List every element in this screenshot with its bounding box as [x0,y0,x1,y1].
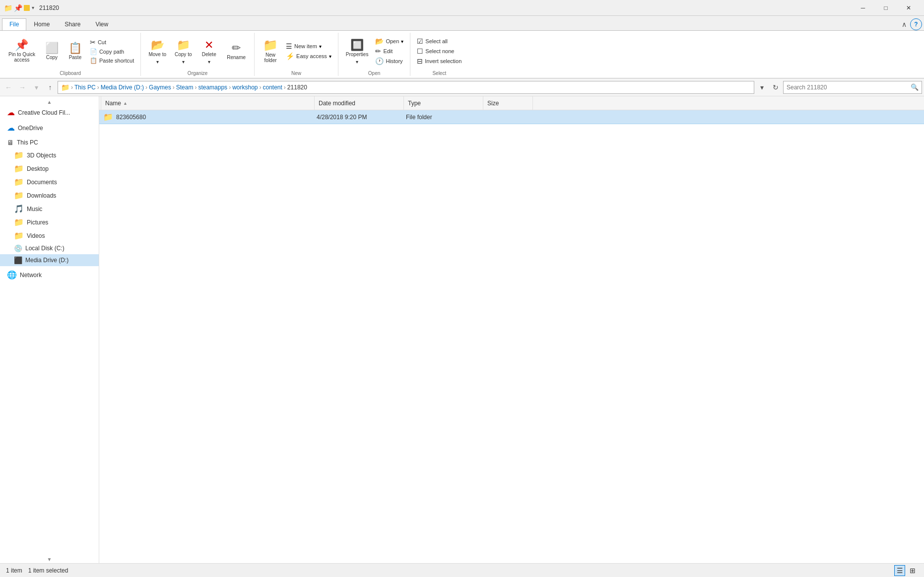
sidebar-scroll-up[interactable]: ▲ [0,98,99,106]
ribbon-help-button[interactable]: ? [910,18,922,30]
close-button[interactable]: ✕ [897,0,920,16]
sidebar-item-onedrive[interactable]: ☁ OneDrive [0,121,99,135]
music-icon: 🎵 [14,204,24,214]
file-name-823605680: 📁 823605680 [99,112,313,122]
move-to-button[interactable]: 📂 Move to ▾ [145,36,170,66]
easy-access-button[interactable]: ⚡ Easy access ▾ [283,51,334,61]
new-folder-button[interactable]: 📁 New folder [259,36,282,66]
easy-access-icon: ⚡ [286,52,294,60]
breadcrumb-content[interactable]: content [263,84,282,91]
open-icon: 📂 [375,37,384,45]
pin-to-quick-access-button[interactable]: 📌 Pin to Quick access [4,36,40,66]
file-row-823605680[interactable]: 📁 823605680 4/28/2018 9:20 PM File folde… [99,110,924,124]
breadcrumb-211820: 211820 [287,84,307,91]
col-type-label: Type [408,100,421,107]
selected-count: 1 item selected [28,567,68,574]
cut-button[interactable]: ✂ Cut [87,37,136,47]
col-size-label: Size [487,100,499,107]
tab-file[interactable]: File [2,18,26,30]
edit-label: Edit [383,48,393,54]
recent-button[interactable]: ▾ [30,81,43,94]
open-button[interactable]: 📂 Open ▾ [373,36,406,46]
breadcrumb-media-drive[interactable]: Media Drive (D:) [101,84,144,91]
sidebar-label-media-drive: Media Drive (D:) [25,257,68,264]
easy-access-label: Easy access [296,53,327,59]
breadcrumb-dropdown[interactable]: ▾ [755,81,768,94]
breadcrumb-steamapps[interactable]: steamapps [198,84,227,91]
new-label: New [259,70,334,76]
sidebar-item-documents[interactable]: 📁 Documents [0,175,99,189]
delete-label: Delete [202,52,216,57]
sidebar-item-3d-objects[interactable]: 📁 3D Objects [0,148,99,162]
sidebar-item-downloads[interactable]: 📁 Downloads [0,189,99,202]
local-disk-icon: 💿 [14,244,22,252]
refresh-button[interactable]: ↻ [769,81,782,94]
breadcrumb[interactable]: 📁 › This PC › Media Drive (D:) › Gaymes … [58,81,754,94]
maximize-button[interactable]: □ [874,0,897,16]
view-buttons: ☰ ⊞ [894,565,918,576]
open-content: 🔲 Properties ▾ 📂 Open ▾ ✏ Edit [342,33,406,70]
title-dropdown-arrow[interactable]: ▾ [32,5,34,10]
delete-button[interactable]: ✕ Delete ▾ [197,36,221,66]
paste-button[interactable]: 📋 Paste [64,36,86,66]
this-pc-icon: 🖥 [7,139,14,146]
navigation-bar: ← → ▾ ↑ 📁 › This PC › Media Drive (D:) ›… [0,78,924,96]
paste-shortcut-button[interactable]: 📋 Paste shortcut [87,56,136,65]
3d-objects-icon: 📁 [14,150,24,160]
breadcrumb-gaymes[interactable]: Gaymes [149,84,171,91]
select-none-button[interactable]: ☐ Select none [414,46,464,56]
sidebar-label-music: Music [27,206,42,213]
sidebar-scroll-down[interactable]: ▼ [0,556,99,563]
edit-button[interactable]: ✏ Edit [373,46,406,56]
tab-view[interactable]: View [88,18,116,30]
history-button[interactable]: 🕐 History [373,56,406,66]
sort-arrow-name: ▲ [123,101,128,106]
new-small-buttons: ☰ New item ▾ ⚡ Easy access ▾ [283,41,334,61]
rename-button[interactable]: ✏ Rename [222,36,250,66]
invert-selection-label: Invert selection [425,58,462,64]
paste-shortcut-label: Paste shortcut [99,58,134,64]
sidebar-item-music[interactable]: 🎵 Music [0,202,99,216]
sidebar-item-this-pc[interactable]: 🖥 This PC [0,137,99,148]
search-input[interactable] [787,84,909,91]
details-view-button[interactable]: ☰ [894,565,905,576]
select-small-buttons: ☑ Select all ☐ Select none ⊟ Invert sele… [414,36,464,66]
new-folder-icon: 📁 [263,39,278,51]
sidebar-item-videos[interactable]: 📁 Videos [0,229,99,242]
properties-icon: 🔲 [350,39,364,52]
sidebar-item-creative-cloud[interactable]: ☁ Creative Cloud Fil... [0,106,99,119]
breadcrumb-steam[interactable]: Steam [176,84,194,91]
breadcrumb-workshop[interactable]: workshop [232,84,258,91]
col-header-size[interactable]: Size [483,96,533,110]
pin-to-quick-label: Pin to Quick access [8,52,35,63]
up-button[interactable]: ↑ [44,81,57,94]
tab-home[interactable]: Home [26,18,57,30]
main-area: ▲ ☁ Creative Cloud Fil... ☁ OneDrive 🖥 T… [0,96,924,563]
history-label: History [386,58,402,64]
properties-button[interactable]: 🔲 Properties ▾ [342,36,372,66]
sidebar-item-pictures[interactable]: 📁 Pictures [0,216,99,229]
move-to-icon: 📂 [151,39,164,52]
new-item-button[interactable]: ☰ New item ▾ [283,41,334,51]
sidebar-item-desktop[interactable]: 📁 Desktop [0,162,99,175]
tab-share[interactable]: Share [57,18,88,30]
col-header-type[interactable]: Type [404,96,483,110]
breadcrumb-this-pc[interactable]: This PC [74,84,96,91]
sidebar-item-local-disk[interactable]: 💿 Local Disk (C:) [0,242,99,254]
ribbon-group-open: 🔲 Properties ▾ 📂 Open ▾ ✏ Edit [338,33,411,76]
sidebar-item-network[interactable]: 🌐 Network [0,268,99,282]
copy-to-button[interactable]: 📁 Copy to ▾ [171,36,196,66]
select-all-button[interactable]: ☑ Select all [414,36,464,46]
copy-button[interactable]: ⬜ Copy [41,36,63,66]
open-label: Open [386,38,399,44]
invert-selection-button[interactable]: ⊟ Invert selection [414,56,464,66]
col-header-date[interactable]: Date modified [315,96,404,110]
large-icons-view-button[interactable]: ⊞ [907,565,918,576]
ribbon-collapse-button[interactable]: ∧ [898,18,910,30]
sidebar-item-media-drive[interactable]: ⬛ Media Drive (D:) [0,254,99,266]
col-header-name[interactable]: Name ▲ [101,96,315,110]
sidebar-label-onedrive: OneDrive [18,125,43,132]
minimize-button[interactable]: ─ [852,0,874,16]
file-type-label: File folder [406,114,432,121]
copy-path-button[interactable]: 📄 Copy path [87,47,136,56]
